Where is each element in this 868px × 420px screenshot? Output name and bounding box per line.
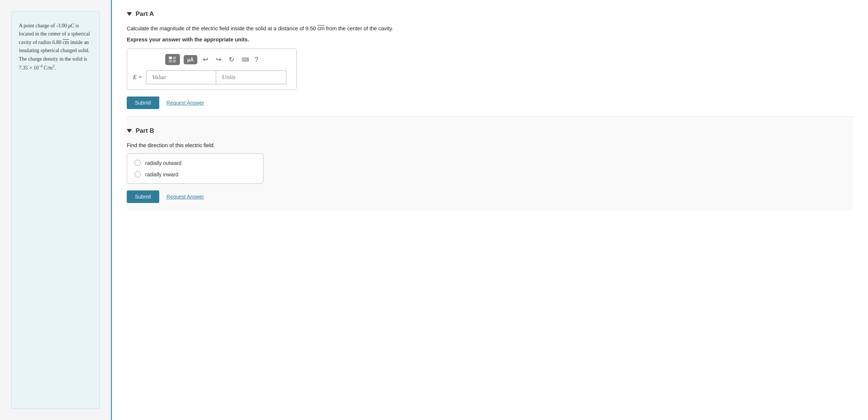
- help-button[interactable]: ?: [255, 56, 258, 64]
- part-b-header: Part B: [127, 127, 853, 135]
- refresh-button[interactable]: ↻: [227, 54, 236, 65]
- part-a-toolbar: μÅ ↩ ↪ ↻ ⌨ ?: [133, 54, 290, 65]
- part-a-submit-button[interactable]: Submit: [127, 96, 159, 109]
- part-b-request-answer-button[interactable]: Request Answer: [167, 194, 204, 200]
- part-b-submit-button[interactable]: Submit: [127, 190, 159, 203]
- equation-label: E =: [133, 74, 142, 81]
- part-b-section: Part B Find the direction of this electr…: [127, 117, 853, 210]
- radio-circle-outward: [135, 160, 141, 166]
- redo-button[interactable]: ↪: [214, 54, 223, 65]
- radio-option-inward[interactable]: radially inward: [135, 171, 256, 177]
- right-panel: Part A Calculate the magnitude of the el…: [111, 0, 868, 420]
- part-a-answer-box: μÅ ↩ ↪ ↻ ⌨ ? E =: [127, 48, 297, 90]
- part-a-action-row: Submit Request Answer: [127, 96, 853, 109]
- part-a-chevron-icon[interactable]: [127, 12, 132, 16]
- svg-rect-3: [173, 60, 176, 62]
- value-input[interactable]: [146, 70, 216, 84]
- part-b-radio-box: radially outward radially inward: [127, 153, 263, 184]
- part-a-header: Part A: [127, 10, 853, 18]
- problem-description: A point charge of -3.00 μC is located in…: [11, 11, 100, 409]
- part-a-question: Calculate the magnitude of the electric …: [127, 24, 853, 33]
- radio-circle-inward: [135, 171, 141, 177]
- grid-template-button[interactable]: [165, 54, 180, 65]
- svg-rect-2: [169, 60, 172, 62]
- part-b-question: Find the direction of this electric fiel…: [127, 141, 853, 150]
- part-b-title: Part B: [136, 127, 154, 135]
- mu-btn-label: μÅ: [187, 57, 194, 62]
- undo-button[interactable]: ↩: [201, 54, 210, 65]
- radio-label-outward: radially outward: [145, 160, 181, 166]
- keyboard-button[interactable]: ⌨: [240, 55, 251, 64]
- part-a-request-answer-button[interactable]: Request Answer: [167, 100, 204, 106]
- radio-label-inward: radially inward: [145, 172, 178, 177]
- problem-text: A point charge of -3.00 μC is located in…: [19, 23, 90, 71]
- part-a-title: Part A: [136, 10, 154, 18]
- part-b-action-row: Submit Request Answer: [127, 190, 853, 203]
- part-b-chevron-icon[interactable]: [127, 129, 132, 133]
- symbol-palette-button[interactable]: μÅ: [184, 55, 197, 64]
- radio-option-outward[interactable]: radially outward: [135, 160, 256, 166]
- part-a-instruction: Express your answer with the appropriate…: [127, 37, 853, 43]
- part-a-section: Part A Calculate the magnitude of the el…: [127, 0, 853, 117]
- svg-rect-0: [169, 57, 172, 59]
- units-input[interactable]: [216, 70, 286, 84]
- svg-rect-1: [173, 57, 176, 59]
- part-a-input-row: E =: [133, 70, 290, 84]
